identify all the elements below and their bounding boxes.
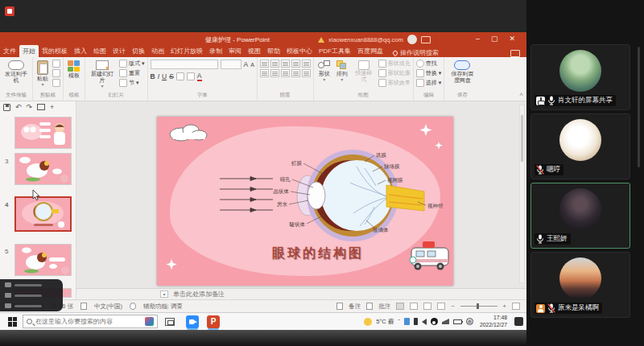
fit-window-button[interactable]	[512, 303, 520, 310]
font-size-box[interactable]	[221, 60, 242, 69]
character-spacing-button[interactable]	[176, 72, 184, 80]
section-button[interactable]: 节▾	[119, 79, 145, 87]
thumbnail-slide-4-selected[interactable]	[14, 196, 72, 232]
minimize-button[interactable]: –	[476, 35, 480, 43]
shapes-button[interactable]: 形状▾	[316, 60, 332, 84]
new-slide-button[interactable]: 新建幻灯片 ▾	[88, 60, 117, 90]
tab-view[interactable]: 视图	[245, 45, 264, 57]
copy-button[interactable]	[52, 69, 60, 77]
editor-scrollbar[interactable]	[519, 105, 525, 283]
zoom-slider[interactable]	[460, 306, 497, 307]
select-button[interactable]: 选择▾	[416, 79, 442, 87]
account-avatar[interactable]	[407, 35, 417, 44]
tab-transitions[interactable]: 切换	[129, 45, 148, 57]
strikethrough-button[interactable]: S	[169, 72, 174, 80]
decrease-indent-button[interactable]	[281, 60, 290, 68]
mini-toolbar-row[interactable]	[5, 303, 58, 308]
task-view-button[interactable]	[165, 318, 175, 326]
mini-toolbar-row[interactable]	[5, 282, 58, 287]
underline-button[interactable]: U	[162, 72, 167, 80]
send-to-phone-button[interactable]: 发送到手机	[2, 60, 30, 84]
notes-toggle[interactable]: 备注	[349, 303, 361, 311]
font-color-button[interactable]: A	[197, 72, 202, 81]
meeting-mini-toolbar[interactable]	[0, 279, 63, 311]
language-label[interactable]: 中文(中国)	[94, 303, 122, 311]
shape-effects-button[interactable]: 形状效果	[378, 79, 411, 87]
view-sorter-button[interactable]	[410, 303, 418, 310]
layout-button[interactable]: 版式▾	[119, 60, 145, 68]
view-normal-button[interactable]	[396, 303, 404, 310]
ime-language-icon[interactable]: ⊕	[466, 318, 473, 325]
restore-button[interactable]: ▢	[491, 35, 498, 43]
zoom-in-button[interactable]: +	[503, 303, 506, 310]
notes-collapse-button[interactable]: ▾	[160, 290, 168, 298]
change-case-button[interactable]	[187, 72, 195, 80]
tab-template-center[interactable]: 模板中心	[283, 45, 316, 57]
participant-tile-active-speaker[interactable]: 王熙妍	[530, 183, 630, 249]
tab-animations[interactable]: 动画	[148, 45, 167, 57]
tab-design[interactable]: 设计	[109, 45, 129, 57]
justify-button[interactable]	[291, 69, 300, 77]
grow-font-button[interactable]: A	[244, 60, 249, 68]
arrange-button[interactable]: 排列▾	[335, 60, 349, 84]
notification-center-button[interactable]	[514, 317, 523, 326]
thumbnail-slide-5[interactable]	[14, 244, 72, 276]
zoom-out-button[interactable]: −	[451, 303, 454, 310]
tab-draw[interactable]: 绘图	[90, 45, 109, 57]
shape-outline-button[interactable]: 形状轮廓	[378, 69, 411, 77]
phone-link-icon[interactable]	[414, 318, 418, 325]
taskbar-powerpoint-icon[interactable]: P	[207, 315, 220, 328]
spelling-check-icon[interactable]	[80, 303, 87, 310]
increase-indent-button[interactable]	[291, 60, 300, 68]
shape-fill-button[interactable]: 形状填充	[378, 60, 411, 68]
accessibility-label[interactable]: 辅助功能: 调查	[143, 303, 183, 311]
tab-home[interactable]: 开始	[19, 45, 39, 57]
notes-bar[interactable]: ▾ 单击此处添加备注	[76, 288, 526, 299]
bluetooth-icon[interactable]	[404, 318, 410, 325]
save-to-netdisk-button[interactable]: 保存到百度网盘	[447, 60, 477, 84]
tab-baidu-netdisk[interactable]: 百度网盘	[354, 45, 386, 57]
taskbar-clock[interactable]: 17:48 2022/12/27	[480, 315, 507, 328]
view-reading-button[interactable]	[423, 303, 431, 310]
sidebar-scrollbar[interactable]	[638, 47, 640, 167]
tab-review[interactable]: 审阅	[225, 45, 245, 57]
find-button[interactable]: 查找	[416, 60, 437, 68]
ribbon-display-options-icon[interactable]	[421, 36, 431, 43]
start-button[interactable]	[8, 317, 18, 327]
template-button[interactable]: 模板	[66, 60, 82, 80]
collapse-ribbon-button[interactable]: ˄	[519, 91, 523, 98]
tab-pdf-tools[interactable]: PDF工具集	[316, 45, 354, 57]
qq-icon[interactable]	[431, 318, 438, 325]
align-left-button[interactable]	[260, 69, 269, 77]
meeting-app-icon[interactable]	[5, 6, 14, 16]
bullets-button[interactable]	[260, 60, 269, 68]
participant-tile[interactable]: 嗯哼	[530, 113, 630, 179]
taskbar-search[interactable]: 在这里输入你要搜索的内容	[23, 315, 158, 328]
sharing-mode-icon[interactable]	[510, 50, 520, 57]
view-slideshow-button[interactable]	[437, 303, 445, 310]
columns-button[interactable]	[302, 69, 311, 77]
align-center-button[interactable]	[270, 69, 279, 77]
shrink-font-button[interactable]: A	[250, 62, 254, 68]
line-spacing-button[interactable]	[302, 60, 311, 68]
bold-button[interactable]: B	[151, 72, 155, 80]
slide-canvas[interactable]: 虹膜 瞳孔 晶状体 房水 睫状体 巩膜 脉络膜 视网膜 视神经 玻璃体	[157, 117, 453, 286]
redo-button[interactable]: ↷	[27, 103, 33, 111]
font-name-box[interactable]	[151, 60, 218, 69]
taskbar-meeting-icon[interactable]	[186, 315, 199, 328]
account-email[interactable]: xiaowenxuan8888@qq.com	[328, 36, 403, 43]
thumbnail-slide-3[interactable]	[14, 153, 72, 185]
tray-expand-caret[interactable]: ˆ	[398, 318, 400, 325]
tab-record[interactable]: 录制	[206, 45, 225, 57]
quick-styles-button[interactable]: 快速样式	[352, 60, 376, 84]
customize-toolbar-button[interactable]: +	[50, 103, 54, 111]
comments-toggle[interactable]: 批注	[378, 303, 390, 311]
tellme-search[interactable]: 操作说明搜索	[393, 48, 439, 57]
save-icon[interactable]	[3, 104, 10, 111]
italic-button[interactable]: I	[158, 72, 159, 80]
slideshow-grid-icon[interactable]	[37, 104, 45, 110]
align-right-button[interactable]	[281, 69, 290, 77]
news-widget-icon[interactable]	[145, 317, 154, 326]
close-button[interactable]: ✕	[509, 35, 515, 43]
account-cluster[interactable]: xiaowenxuan8888@qq.com	[318, 35, 431, 44]
